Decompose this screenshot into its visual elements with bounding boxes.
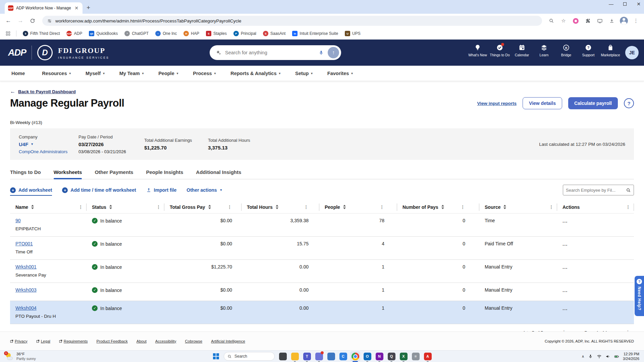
- add-worksheet-button[interactable]: + Add worksheet: [10, 187, 52, 196]
- bridge-button[interactable]: B Bridge: [556, 44, 576, 57]
- row-actions-button[interactable]: ...: [562, 305, 568, 311]
- whats-new-button[interactable]: What's New: [468, 44, 488, 57]
- taskbar-app-icon[interactable]: Q: [386, 351, 396, 361]
- zoom-icon[interactable]: [547, 16, 556, 25]
- footer-link[interactable]: Artificial Intelligence: [211, 339, 245, 343]
- column-menu-icon[interactable]: ⋮: [626, 204, 630, 209]
- close-button[interactable]: ✕: [635, 1, 642, 7]
- sort-icon[interactable]: [208, 205, 211, 209]
- profile-avatar-icon[interactable]: [619, 16, 629, 25]
- import-file-button[interactable]: Import file: [146, 187, 177, 193]
- footer-link[interactable]: Cobrowse: [185, 339, 202, 343]
- worksheet-tab[interactable]: Worksheets: [54, 169, 82, 179]
- footer-link[interactable]: Requirements: [59, 339, 88, 343]
- bookmark-item[interactable]: in Intuit Enterprise Suite: [289, 30, 341, 37]
- bookmark-item[interactable]: ADP ADP: [63, 30, 85, 37]
- nav-menu-item[interactable]: Myself▾: [86, 71, 105, 76]
- taskbar-app-icon[interactable]: A: [423, 351, 433, 361]
- tab-close-icon[interactable]: ✕: [74, 5, 79, 11]
- sort-icon[interactable]: [503, 205, 506, 209]
- column-header-hours[interactable]: Total Hours⋮: [241, 203, 319, 211]
- company-dropdown[interactable]: U4F▼: [19, 141, 78, 147]
- bookmark-item[interactable]: S Staples: [203, 30, 230, 37]
- taskbar-app-icon[interactable]: C: [338, 351, 348, 361]
- sort-icon[interactable]: [441, 205, 444, 209]
- row-actions-button[interactable]: ...: [562, 218, 568, 224]
- taskbar-app-icon[interactable]: N: [374, 351, 384, 361]
- sort-icon[interactable]: [276, 205, 278, 209]
- wifi-icon[interactable]: [597, 354, 602, 359]
- bookmark-item[interactable]: 5 Fifth Third Direct: [20, 30, 63, 37]
- bookmark-item[interactable]: U UPS: [342, 30, 364, 37]
- user-avatar[interactable]: JE: [625, 46, 639, 59]
- column-header-pays[interactable]: Number of Pays⋮: [397, 203, 479, 211]
- row-actions-button[interactable]: ...: [562, 241, 568, 247]
- sort-icon[interactable]: [343, 205, 346, 209]
- bookmark-star-icon[interactable]: ☆: [559, 16, 568, 25]
- bookmark-item[interactable]: ~ One Inc: [152, 30, 180, 37]
- view-details-button[interactable]: View details: [523, 97, 562, 109]
- footer-link[interactable]: Legal: [36, 339, 50, 343]
- view-input-reports-link[interactable]: View input reports: [477, 101, 517, 106]
- bookmark-item[interactable]: qb QuickBooks: [86, 30, 121, 37]
- apps-grid-icon[interactable]: [6, 32, 10, 36]
- volume-icon[interactable]: [605, 354, 610, 359]
- calendar-button[interactable]: Calendar: [512, 44, 532, 57]
- footer-link[interactable]: Product Feedback: [96, 339, 127, 343]
- microphone-icon[interactable]: [588, 354, 593, 359]
- bookmark-item[interactable]: P Principal: [230, 30, 259, 37]
- search-icon[interactable]: [626, 188, 631, 193]
- back-to-payroll-dashboard-link[interactable]: Back to Payroll Dashboard: [18, 89, 76, 94]
- bookmark-item[interactable]: S SaasAnt: [260, 30, 288, 37]
- browser-tab[interactable]: ADP ADP Workforce Now - Manage ✕: [5, 2, 83, 14]
- employee-search-input[interactable]: [566, 188, 626, 193]
- taskbar-app-icon[interactable]: [290, 351, 300, 361]
- reload-button[interactable]: [28, 16, 38, 26]
- downloads-icon[interactable]: [607, 16, 616, 25]
- bookmark-item[interactable]: * ChatGPT: [121, 30, 152, 37]
- footer-link[interactable]: Accessibility: [155, 339, 176, 343]
- column-menu-icon[interactable]: ⋮: [461, 204, 465, 209]
- sort-icon[interactable]: [109, 205, 112, 209]
- start-button[interactable]: [211, 352, 221, 361]
- column-header-gross[interactable]: Total Gross Pay⋮: [164, 203, 241, 211]
- taskbar-app-icon[interactable]: O: [362, 351, 372, 361]
- learn-button[interactable]: Learn: [534, 44, 554, 57]
- add-time-worksheet-button[interactable]: + Add time / time off worksheet: [62, 187, 136, 193]
- taskbar-app-icon[interactable]: X: [398, 351, 409, 361]
- taskbar-app-icon[interactable]: [278, 351, 288, 361]
- nav-menu-item[interactable]: Process▾: [193, 71, 216, 76]
- row-actions-button[interactable]: ...: [562, 287, 568, 293]
- column-menu-icon[interactable]: ⋮: [304, 204, 308, 209]
- microphone-icon[interactable]: [318, 50, 324, 56]
- search-submit-button[interactable]: ↑: [328, 47, 339, 58]
- global-search[interactable]: ↑: [210, 45, 341, 60]
- worksheet-tab[interactable]: Things to Do: [10, 169, 41, 179]
- employee-search[interactable]: [563, 185, 634, 195]
- worksheet-name-link[interactable]: Wrksh001: [15, 264, 37, 269]
- worksheet-name-link[interactable]: Wrksh003: [15, 287, 37, 293]
- nav-menu-item[interactable]: Home: [11, 71, 27, 76]
- worksheet-tab[interactable]: People Insights: [146, 169, 183, 179]
- taskbar-app-icon[interactable]: [326, 351, 336, 361]
- need-help-tab[interactable]: ? Need Help?: [635, 276, 644, 316]
- sort-icon[interactable]: [31, 205, 34, 209]
- taskbar-app-icon[interactable]: [350, 351, 360, 361]
- pink-extension-icon[interactable]: [571, 16, 580, 25]
- row-actions-button[interactable]: ...: [562, 264, 568, 270]
- address-bar[interactable]: workforcenow.adp.com/theme/admin.html#/P…: [42, 16, 542, 26]
- back-button[interactable]: ←: [3, 16, 13, 26]
- weather-widget[interactable]: 1 36°F Partly sunny: [0, 352, 94, 361]
- calculate-payroll-button[interactable]: Calculate payroll: [568, 97, 618, 109]
- column-menu-icon[interactable]: ⋮: [380, 204, 384, 209]
- nav-menu-item[interactable]: Reports & Analytics▾: [230, 71, 280, 76]
- column-header-name[interactable]: Name⋮: [10, 203, 87, 211]
- column-menu-icon[interactable]: ⋮: [78, 204, 83, 209]
- site-settings-icon[interactable]: [47, 18, 52, 23]
- taskbar-app-icon[interactable]: [314, 351, 324, 361]
- footer-link[interactable]: About: [137, 339, 147, 343]
- column-menu-icon[interactable]: ⋮: [227, 204, 232, 209]
- global-search-input[interactable]: [225, 50, 315, 55]
- minimize-button[interactable]: —: [608, 1, 614, 7]
- nav-menu-item[interactable]: Setup▾: [295, 71, 313, 76]
